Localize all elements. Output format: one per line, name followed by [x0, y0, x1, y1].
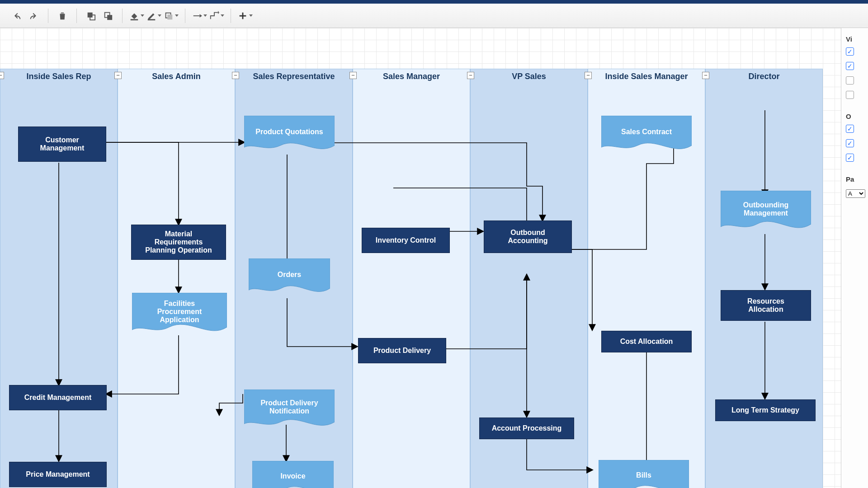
node-outbound-accounting[interactable]: OutboundAccounting [484, 221, 572, 253]
node-price-management[interactable]: Price Management [9, 462, 107, 487]
node-inventory-control[interactable]: Inventory Control [362, 228, 450, 253]
svg-marker-9 [199, 14, 202, 17]
checkbox-row [846, 76, 865, 84]
add-button[interactable] [237, 8, 253, 23]
delete-button[interactable] [55, 8, 70, 23]
chevron-down-icon [141, 14, 144, 17]
separator [122, 9, 123, 23]
checkbox-row [846, 91, 865, 99]
node-material-requirements[interactable]: MaterialRequirementsPlanning Operation [131, 225, 226, 260]
side-panel: Vi O Pa A [841, 28, 868, 488]
checkbox[interactable] [846, 47, 854, 56]
swimlane-director[interactable]: − Director [705, 69, 823, 488]
chevron-down-icon [221, 14, 224, 17]
window-title-bar [0, 0, 868, 4]
checkbox[interactable] [846, 91, 854, 99]
svg-rect-3 [107, 15, 112, 20]
doc-label: Invoice [255, 461, 331, 488]
doc-bills[interactable]: Bills [599, 460, 689, 488]
doc-invoice[interactable]: Invoice [252, 461, 334, 488]
checkbox[interactable] [846, 125, 854, 133]
svg-rect-5 [147, 19, 155, 20]
toolbar [0, 4, 868, 28]
doc-sales-contract[interactable]: Sales Contract [601, 116, 692, 155]
checkbox-row [846, 125, 865, 133]
node-long-term-strategy[interactable]: Long Term Strategy [715, 399, 816, 421]
doc-label: Orders [251, 258, 327, 291]
separator [185, 9, 185, 23]
node-cost-allocation[interactable]: Cost Allocation [601, 331, 692, 352]
panel-section-options: O [846, 113, 865, 120]
connector-style-button[interactable] [192, 8, 207, 23]
doc-label: Bills [601, 460, 686, 488]
svg-rect-4 [130, 19, 138, 20]
checkbox-row [846, 139, 865, 147]
swimlane-header: Inside Sales Manager [588, 68, 705, 84]
swimlane-header: Sales Representative [236, 68, 352, 84]
doc-outbounding-management[interactable]: OutboundingManagement [721, 191, 811, 234]
swimlane-sales-manager[interactable]: − Sales Manager [353, 69, 470, 488]
separator [76, 9, 77, 23]
doc-label: Sales Contract [604, 116, 689, 148]
node-customer-management[interactable]: CustomerManagement [18, 127, 106, 162]
node-credit-management[interactable]: Credit Management [9, 385, 107, 410]
undo-button[interactable] [9, 8, 24, 23]
canvas[interactable]: − Inside Sales Rep − Sales Admin − Sales… [0, 28, 841, 488]
checkbox[interactable] [846, 154, 854, 162]
checkbox[interactable] [846, 62, 854, 70]
separator [231, 9, 231, 23]
doc-facilities-procurement[interactable]: FacilitiesProcurementApplication [132, 293, 227, 337]
doc-label: OutboundingManagement [723, 191, 808, 228]
checkbox-row [846, 47, 865, 56]
doc-label: Product DeliveryNotification [247, 389, 332, 425]
panel-section-view: Vi [846, 35, 865, 43]
node-resources-allocation[interactable]: ResourcesAllocation [721, 290, 811, 321]
doc-label: Product Quotations [247, 116, 332, 148]
doc-product-delivery-notification[interactable]: Product DeliveryNotification [244, 389, 335, 431]
doc-label: FacilitiesProcurementApplication [135, 293, 224, 331]
checkbox[interactable] [846, 76, 854, 84]
redo-button[interactable] [26, 8, 42, 23]
bring-to-front-button[interactable] [100, 8, 116, 23]
checkbox-row [846, 62, 865, 70]
node-product-delivery[interactable]: Product Delivery [358, 338, 446, 363]
waypoint-style-button[interactable] [209, 8, 224, 23]
swimlane-header: Sales Admin [118, 68, 235, 84]
fill-color-button[interactable] [129, 8, 144, 23]
chevron-down-icon [158, 14, 161, 17]
checkbox-row [846, 154, 865, 162]
swimlane-header: Inside Sales Rep [0, 68, 117, 84]
line-color-button[interactable] [146, 8, 161, 23]
chevron-down-icon [175, 14, 179, 17]
doc-product-quotations[interactable]: Product Quotations [244, 116, 335, 155]
chevron-down-icon [203, 14, 207, 17]
swimlane-header: Director [706, 68, 822, 84]
paper-size-select[interactable]: A [846, 189, 865, 198]
node-account-processing[interactable]: Account Processing [479, 418, 574, 439]
diagram: − Inside Sales Rep − Sales Admin − Sales… [0, 28, 841, 488]
doc-orders[interactable]: Orders [249, 258, 330, 297]
workspace: − Inside Sales Rep − Sales Admin − Sales… [0, 28, 868, 488]
swimlane-sales-admin[interactable]: − Sales Admin [118, 69, 235, 488]
shadow-button[interactable] [163, 8, 179, 23]
panel-section-paper: Pa [846, 175, 865, 183]
send-to-back-button[interactable] [83, 8, 99, 23]
svg-rect-7 [167, 14, 172, 19]
swimlane-header: Sales Manager [353, 68, 470, 84]
checkbox[interactable] [846, 139, 854, 147]
svg-marker-10 [218, 11, 219, 14]
swimlane-header: VP Sales [471, 68, 587, 84]
separator [48, 9, 48, 23]
chevron-down-icon [249, 14, 253, 17]
